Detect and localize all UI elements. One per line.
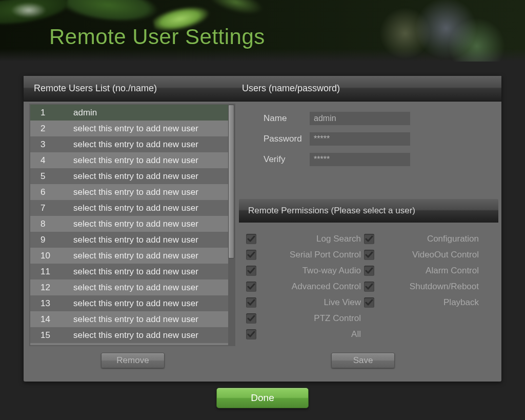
user-row-name: select this entry to add new user bbox=[73, 184, 228, 199]
decorative-leaf bbox=[10, 0, 56, 26]
permission-checkbox[interactable] bbox=[246, 266, 256, 276]
user-row-number: 10 bbox=[30, 248, 73, 263]
permission-checkbox[interactable] bbox=[246, 282, 256, 292]
user-list-row[interactable]: 14select this entry to add new user bbox=[30, 311, 228, 327]
user-row-number: 3 bbox=[30, 136, 73, 152]
permission-checkbox[interactable] bbox=[364, 266, 374, 276]
permission-checkbox[interactable] bbox=[364, 250, 374, 260]
permission-label: All bbox=[260, 329, 362, 339]
user-row-name: select this entry to add new user bbox=[73, 311, 228, 327]
permission-label: Serial Port Control bbox=[260, 250, 362, 260]
scrollbar-thumb[interactable] bbox=[228, 105, 234, 258]
user-row-name: select this entry to add new user bbox=[73, 121, 228, 136]
permission-label: Shutdown/Reboot bbox=[378, 282, 480, 292]
permission-label: Advanced Control bbox=[260, 282, 362, 292]
user-list-row[interactable]: 1admin bbox=[30, 105, 228, 121]
permission-checkbox[interactable] bbox=[246, 297, 256, 308]
permission-label: Log Search bbox=[260, 234, 362, 244]
user-row-name: select this entry to add new user bbox=[73, 152, 228, 168]
main-panel: Remote Users List (no./name) Users (name… bbox=[24, 76, 501, 382]
permission-checkbox[interactable] bbox=[246, 250, 256, 260]
user-row-name: select this entry to add new user bbox=[73, 264, 228, 279]
permission-item: Serial Port Control bbox=[244, 247, 362, 263]
permissions-column-2: ConfigurationVideoOut ControlAlarm Contr… bbox=[362, 231, 480, 342]
user-row-name: select this entry to add new user bbox=[73, 232, 228, 247]
permission-label: Configuration bbox=[378, 234, 480, 244]
user-row-number: 14 bbox=[30, 311, 73, 327]
user-list-row[interactable]: 13select this entry to add new user bbox=[30, 295, 228, 311]
permission-label: Live View bbox=[260, 297, 362, 308]
permission-item: Log Search bbox=[244, 231, 362, 247]
verify-field[interactable]: ***** bbox=[310, 153, 410, 166]
user-row-number: 8 bbox=[30, 216, 73, 231]
permission-checkbox[interactable] bbox=[246, 313, 256, 324]
user-list-row[interactable]: 6select this entry to add new user bbox=[30, 184, 228, 200]
users-list-area: 1admin2select this entry to add new user… bbox=[29, 104, 235, 370]
permission-label: PTZ Control bbox=[260, 313, 362, 324]
permission-item: Alarm Control bbox=[362, 263, 480, 278]
permissions-header: Remote Permissions (Please select a user… bbox=[239, 199, 498, 223]
permission-item: Advanced Control bbox=[244, 278, 362, 294]
user-row-number: 12 bbox=[30, 279, 73, 295]
user-row-number: 2 bbox=[30, 121, 73, 136]
user-list-row[interactable]: 7select this entry to add new user bbox=[30, 200, 228, 216]
permission-label: VideoOut Control bbox=[378, 250, 480, 260]
user-form: Name admin Password ***** Verify ***** bbox=[242, 108, 497, 170]
user-row-name: select this entry to add new user bbox=[73, 168, 228, 184]
name-field[interactable]: admin bbox=[310, 112, 410, 125]
user-row-name: select this entry to add new user bbox=[73, 248, 228, 263]
user-list-row[interactable]: 5select this entry to add new user bbox=[30, 168, 228, 184]
user-row-number: 6 bbox=[30, 184, 73, 199]
save-button[interactable]: Save bbox=[331, 353, 395, 368]
user-list-row[interactable]: 8select this entry to add new user bbox=[30, 216, 228, 232]
user-row-number: 5 bbox=[30, 168, 73, 184]
user-list-row[interactable]: 9select this entry to add new user bbox=[30, 232, 228, 248]
permission-item: Live View bbox=[244, 294, 362, 310]
verify-label: Verify bbox=[242, 154, 310, 165]
permission-item: VideoOut Control bbox=[362, 247, 480, 263]
panel-header-bar: Remote Users List (no./name) Users (name… bbox=[24, 76, 501, 102]
scrollbar-track[interactable] bbox=[228, 105, 234, 345]
user-row-number: 9 bbox=[30, 232, 73, 247]
users-list-header: Remote Users List (no./name) bbox=[34, 83, 157, 94]
permission-item: Configuration bbox=[362, 231, 480, 247]
remove-button[interactable]: Remove bbox=[101, 353, 165, 368]
permission-item: Playback bbox=[362, 294, 480, 310]
user-row-name: admin bbox=[73, 105, 228, 120]
user-list-row[interactable]: 4select this entry to add new user bbox=[30, 152, 228, 168]
permission-checkbox[interactable] bbox=[364, 282, 374, 292]
done-button[interactable]: Done bbox=[216, 388, 309, 408]
permission-checkbox[interactable] bbox=[246, 234, 256, 244]
user-row-name: select this entry to add new user bbox=[73, 295, 228, 311]
user-row-name: select this entry to add new user bbox=[73, 136, 228, 152]
user-form-header: Users (name/password) bbox=[242, 83, 340, 94]
user-row-name: select this entry to add new user bbox=[73, 279, 228, 295]
user-list-row[interactable]: 12select this entry to add new user bbox=[30, 279, 228, 295]
user-list-row[interactable]: 11select this entry to add new user bbox=[30, 264, 228, 279]
user-row-number: 15 bbox=[30, 327, 73, 343]
permission-item: Two-way Audio bbox=[244, 263, 362, 278]
permission-label: Playback bbox=[378, 297, 480, 308]
user-row-name: select this entry to add new user bbox=[73, 216, 228, 231]
user-list-row[interactable]: 3select this entry to add new user bbox=[30, 136, 228, 152]
password-field[interactable]: ***** bbox=[310, 132, 410, 146]
user-list-row[interactable]: 2select this entry to add new user bbox=[30, 121, 228, 136]
permission-item: PTZ Control bbox=[244, 310, 362, 326]
user-list-row[interactable]: 15select this entry to add new user bbox=[30, 327, 228, 343]
user-row-number: 4 bbox=[30, 152, 73, 168]
user-row-number: 7 bbox=[30, 200, 73, 215]
permission-checkbox[interactable] bbox=[364, 297, 374, 308]
permission-item: Shutdown/Reboot bbox=[362, 278, 480, 294]
user-list-row[interactable]: 10select this entry to add new user bbox=[30, 248, 228, 264]
permission-label: Alarm Control bbox=[378, 266, 480, 276]
permission-item: All bbox=[244, 326, 362, 342]
users-list[interactable]: 1admin2select this entry to add new user… bbox=[30, 105, 228, 345]
permission-checkbox[interactable] bbox=[246, 329, 256, 339]
name-label: Name bbox=[242, 113, 310, 124]
page-title: Remote User Settings bbox=[49, 25, 265, 49]
user-row-number: 11 bbox=[30, 264, 73, 279]
password-label: Password bbox=[242, 134, 310, 144]
permission-checkbox[interactable] bbox=[364, 234, 374, 244]
user-row-name: select this entry to add new user bbox=[73, 327, 228, 343]
user-row-number: 13 bbox=[30, 295, 73, 311]
